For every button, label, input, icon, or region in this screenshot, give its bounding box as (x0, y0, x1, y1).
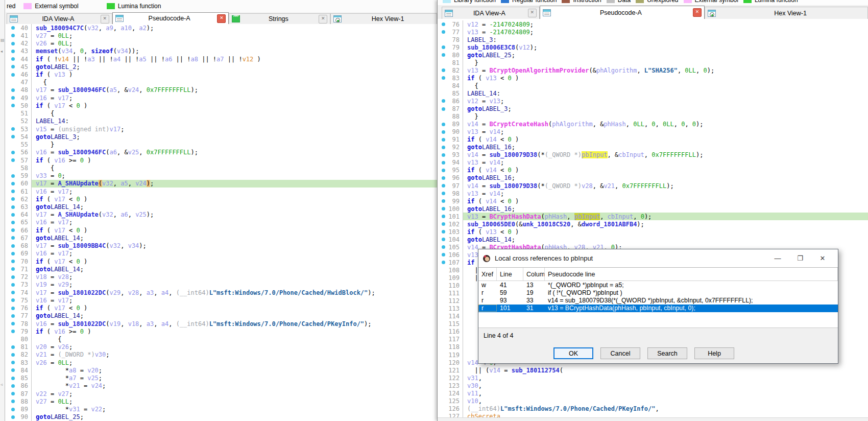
code-line[interactable]: 78 v16 = sub_1801022DC(v19, v18, a3, a4,… (6, 320, 437, 328)
code-text[interactable]: if ( v13 < 0 ) (463, 228, 868, 236)
line-gutter[interactable]: 118 (438, 343, 463, 351)
code-text[interactable]: if ( v14 < 0 ) (463, 167, 868, 174)
breakpoint-dot[interactable] (440, 45, 447, 49)
code-line[interactable]: 87 v22 = v27; (6, 390, 437, 397)
code-text[interactable]: v16 = sub_1800946FC(a6, &v25, 0x7FFFFFFF… (32, 149, 437, 156)
breakpoint-dot[interactable] (9, 151, 17, 154)
close-tab-icon[interactable]: ✕ (693, 8, 702, 17)
line-gutter[interactable]: 122 (438, 374, 463, 382)
breakpoint-dot[interactable] (9, 65, 17, 68)
line-gutter[interactable]: 125 (438, 397, 463, 405)
breakpoint-dot[interactable] (440, 123, 447, 126)
line-gutter[interactable]: 79 (438, 43, 463, 51)
column-header-pseudocode-line[interactable]: Pseudocode line (545, 268, 838, 280)
code-text[interactable]: { (32, 79, 437, 86)
line-gutter[interactable]: 78 (438, 36, 463, 43)
breakpoint-dot[interactable] (440, 161, 447, 165)
code-text[interactable]: v16 = v17; (32, 250, 437, 258)
code-text[interactable]: *a8 = v20; (32, 366, 437, 374)
line-gutter[interactable]: 87 (438, 105, 463, 113)
code-line[interactable]: 80 goto LABEL_25; (438, 51, 868, 59)
column-header-column[interactable]: Column (523, 268, 545, 280)
line-gutter[interactable]: 120 (438, 359, 463, 366)
xref-row[interactable]: r10131v13 = BCryptHashData(phHash, pbInp… (478, 305, 838, 312)
line-gutter[interactable]: 112 (438, 297, 463, 305)
breakpoint-dot[interactable] (9, 260, 17, 263)
breakpoint-dot[interactable] (440, 138, 447, 142)
breakpoint-dot[interactable] (9, 283, 17, 287)
code-text[interactable]: { (463, 82, 868, 89)
line-gutter[interactable]: 86 (438, 97, 463, 105)
xref-list[interactable]: XrefLineColumnPseudocode line w4113*(_QW… (478, 268, 838, 328)
breakpoint-dot[interactable] (9, 314, 17, 318)
breakpoint-dot[interactable] (9, 244, 17, 248)
code-line[interactable]: 50 if ( v17 < 0 ) (6, 102, 437, 109)
cancel-button[interactable]: Cancel (600, 347, 640, 359)
code-text[interactable]: v20 = v26; (32, 343, 437, 351)
breakpoint-dot[interactable] (440, 230, 447, 233)
panel-grip-icon[interactable]: ▤ (1, 38, 5, 42)
breakpoint-dot[interactable] (9, 298, 17, 302)
code-text[interactable]: if ( v17 < 0 ) (32, 226, 437, 234)
breakpoint-dot[interactable] (9, 353, 17, 357)
code-text[interactable]: goto LABEL_14; (32, 234, 437, 242)
code-line[interactable]: 84 *a8 = v20; (6, 366, 437, 374)
code-text[interactable]: if ( v13 ) (32, 71, 437, 78)
line-gutter[interactable]: 114 (438, 313, 463, 320)
code-line[interactable]: 104 goto LABEL_14; (438, 236, 868, 243)
code-line[interactable]: 78LABEL_3: (438, 36, 868, 43)
code-line[interactable]: 58 { (6, 164, 437, 172)
line-gutter[interactable]: 42 (6, 39, 32, 47)
code-line[interactable]: 67 goto LABEL_14; (6, 234, 437, 242)
code-line[interactable]: 98 v13 = v14; (438, 190, 868, 197)
code-text[interactable]: (__int64)L"msft:Windows/7.0/Phone/Cached… (463, 405, 868, 412)
line-gutter[interactable]: 64 (6, 211, 32, 219)
breakpoint-dot[interactable] (9, 182, 17, 185)
breakpoint-dot[interactable] (9, 158, 17, 162)
xref-row[interactable]: r5919if ( !*(_QWORD *)pbInput ) (478, 289, 838, 296)
line-gutter[interactable]: 104 (438, 236, 463, 243)
breakpoint-dot[interactable] (9, 213, 17, 217)
breakpoint-dot[interactable] (9, 205, 17, 209)
line-gutter[interactable]: 62 (6, 195, 32, 203)
code-text[interactable]: } (463, 113, 868, 121)
breakpoint-dot[interactable] (440, 199, 447, 203)
code-line[interactable]: 77 goto LABEL_14; (6, 312, 437, 320)
code-line[interactable]: 121 || (v14 = sub_180112754( (438, 366, 868, 374)
line-gutter[interactable]: 69 (6, 250, 32, 258)
code-text[interactable]: v13 = v14; (463, 159, 868, 167)
code-line[interactable]: 85 *a7 = v25; (6, 375, 437, 382)
breakpoint-dot[interactable] (9, 190, 17, 193)
line-gutter[interactable]: 91 (438, 136, 463, 144)
code-text[interactable]: v30, (463, 382, 868, 389)
line-gutter[interactable]: 93 (438, 151, 463, 159)
code-line[interactable]: 76 v12 = -2147024809; (438, 20, 868, 28)
code-text[interactable]: v14 = sub_180079D38(*(_QWORD *)v28, &v21… (463, 182, 868, 190)
column-header-line[interactable]: Line (497, 268, 523, 280)
tab-hex-view-1[interactable]: Hex View-1 (330, 13, 437, 24)
breakpoint-dot[interactable] (9, 104, 17, 107)
line-gutter[interactable]: 98 (438, 190, 463, 197)
breakpoint-dot[interactable] (9, 384, 17, 388)
code-text[interactable]: v16 = v17; (32, 219, 437, 226)
code-text[interactable]: v13 = BCryptHashData(phHash, pbInput, cb… (463, 213, 868, 220)
code-text[interactable]: goto LABEL_14; (32, 203, 437, 211)
breakpoint-dot[interactable] (9, 368, 17, 372)
breakpoint-dot[interactable] (9, 267, 17, 271)
breakpoint-dot[interactable] (9, 88, 17, 92)
line-gutter[interactable]: 123 (438, 382, 463, 389)
breakpoint-dot[interactable] (440, 107, 447, 111)
close-tab-icon[interactable]: ✕ (319, 15, 327, 24)
code-text[interactable]: v16 = v17; (32, 188, 437, 195)
code-text[interactable]: v11, (463, 389, 868, 397)
code-line[interactable]: 125 v10, (438, 397, 868, 405)
close-tab-icon[interactable]: ✕ (101, 15, 109, 24)
code-line[interactable]: 74 v17 = sub_1801022DC(v29, v28, a3, a4,… (6, 289, 437, 296)
breakpoint-dot[interactable] (440, 222, 447, 226)
line-gutter[interactable]: 124 (438, 389, 463, 397)
code-text[interactable]: goto LABEL_25; (32, 413, 437, 421)
line-gutter[interactable]: 88 (6, 397, 32, 405)
breakpoint-dot[interactable] (440, 153, 447, 157)
line-gutter[interactable]: 85 (438, 89, 463, 97)
line-gutter[interactable]: 101 (438, 213, 463, 220)
